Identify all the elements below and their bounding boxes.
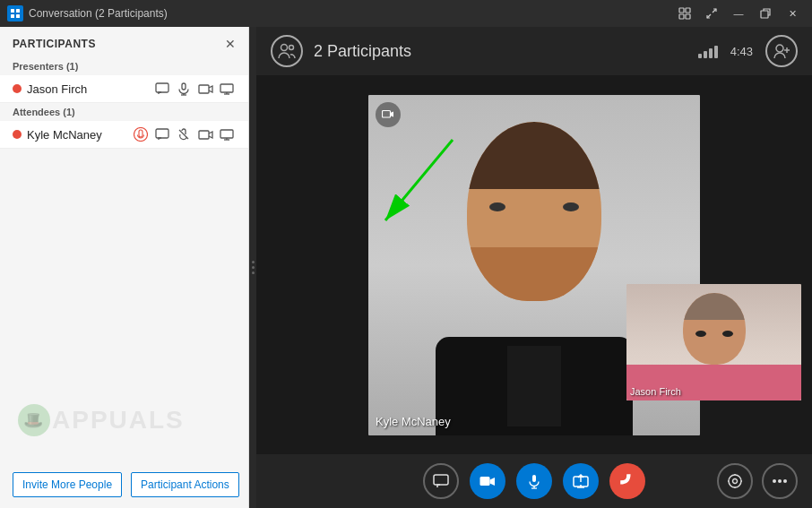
window-controls: — ✕ — [672, 4, 805, 23]
svg-rect-35 — [480, 477, 490, 486]
mic-icon-jason[interactable] — [175, 80, 193, 98]
attendees-section-label: Attendees (1) — [0, 103, 248, 121]
kyle-beard — [467, 247, 601, 301]
sidebar-header: PARTICIPANTS ✕ — [0, 27, 248, 57]
window-title: Conversation (2 Participants) — [29, 7, 168, 20]
svg-rect-23 — [220, 130, 233, 138]
resize-handle[interactable] — [249, 27, 256, 508]
svg-rect-36 — [532, 475, 536, 482]
drag-dot — [252, 271, 255, 274]
sidebar-close-button[interactable]: ✕ — [225, 38, 236, 50]
jason-eye-l — [695, 331, 706, 337]
svg-point-43 — [729, 475, 741, 487]
call-time: 4:43 — [730, 45, 753, 58]
jason-head — [683, 293, 746, 365]
svg-rect-15 — [199, 85, 209, 93]
signal-icon — [698, 44, 718, 58]
hangup-button[interactable] — [602, 456, 653, 507]
bar-4 — [714, 46, 718, 58]
svg-rect-34 — [434, 475, 448, 485]
close-button[interactable]: ✕ — [780, 4, 805, 23]
video-top-bar: 2 Participants 4:43 — [256, 27, 812, 75]
svg-rect-31 — [383, 111, 391, 118]
video-button[interactable] — [470, 463, 505, 499]
video-feeds: Kyle McNaney Jason Firch — [256, 75, 812, 454]
right-controls — [717, 463, 798, 499]
participants-icon — [271, 35, 303, 67]
svg-rect-6 — [679, 14, 684, 19]
watermark-icon: 🎩 — [18, 404, 50, 436]
svg-point-50 — [778, 479, 782, 483]
video-area: 2 Participants 4:43 — [256, 27, 812, 508]
svg-rect-12 — [182, 83, 186, 90]
participants-panel: PARTICIPANTS ✕ Presenters (1) Jason Firc… — [0, 27, 249, 508]
svg-point-51 — [783, 479, 787, 483]
bottom-controls — [256, 454, 812, 508]
svg-rect-4 — [679, 8, 684, 13]
screen-icon-jason[interactable] — [218, 80, 236, 98]
sidebar-title: PARTICIPANTS — [13, 38, 96, 50]
kyle-shirt — [436, 337, 633, 435]
svg-rect-7 — [686, 14, 690, 19]
attendee-row-kyle: Kyle McNaney — [0, 121, 248, 149]
participants-count: 2 Participants — [314, 42, 411, 61]
sidebar-footer: Invite More People Participant Actions — [0, 461, 248, 508]
bar-3 — [709, 48, 713, 58]
status-dot-jason — [13, 84, 22, 93]
title-bar-left: Conversation (2 Participants) — [7, 5, 168, 22]
svg-point-49 — [773, 479, 776, 483]
mic-button[interactable] — [516, 463, 552, 499]
camera-icon-jason[interactable] — [196, 80, 214, 98]
jason-eye-r — [722, 331, 733, 337]
camera-status-icon — [376, 102, 401, 127]
tile-button[interactable] — [672, 4, 697, 23]
add-participant-button[interactable] — [765, 35, 798, 67]
minimize-button[interactable]: — — [726, 4, 751, 23]
presenter-name-jason: Jason Firch — [27, 82, 148, 96]
svg-rect-11 — [156, 83, 168, 92]
muted-icon-kyle[interactable] — [132, 125, 150, 143]
drag-dot — [252, 266, 255, 269]
svg-point-28 — [776, 45, 783, 52]
jason-name-tag: Jason Firch — [630, 386, 681, 397]
main-content: PARTICIPANTS ✕ Presenters (1) Jason Firc… — [0, 27, 812, 508]
kyle-eye-right — [563, 202, 579, 211]
chat-button[interactable] — [423, 463, 459, 499]
bar-1 — [698, 54, 702, 58]
devices-button[interactable] — [717, 463, 753, 499]
camera-icon-kyle[interactable] — [196, 125, 214, 143]
watermark: 🎩 APPUALS — [18, 404, 185, 436]
chat-icon-jason[interactable] — [153, 80, 171, 98]
share-button[interactable] — [563, 463, 599, 499]
svg-rect-3 — [16, 14, 20, 18]
maximize-button[interactable] — [699, 4, 724, 23]
mic-icon-kyle[interactable] — [175, 125, 193, 143]
bar-2 — [704, 51, 707, 58]
svg-rect-22 — [199, 131, 209, 139]
attendee-actions-kyle — [132, 125, 236, 143]
small-video-jason: Jason Firch — [626, 284, 801, 400]
more-button[interactable] — [762, 463, 798, 499]
drag-dot — [252, 261, 255, 263]
jason-hair — [683, 293, 746, 320]
jason-face — [626, 284, 801, 400]
chat-icon-kyle[interactable] — [153, 125, 171, 143]
kyle-hair — [467, 122, 601, 189]
svg-rect-16 — [220, 84, 233, 92]
participant-actions-button[interactable]: Participant Actions — [131, 472, 239, 497]
app-icon — [7, 5, 23, 22]
kyle-head — [467, 122, 601, 301]
svg-point-44 — [733, 479, 738, 484]
invite-more-button[interactable]: Invite More People — [13, 472, 122, 497]
svg-rect-1 — [16, 9, 20, 13]
presenter-row-jason: Jason Firch — [0, 75, 248, 103]
svg-rect-2 — [11, 14, 14, 18]
presenters-section-label: Presenters (1) — [0, 57, 248, 75]
screen-icon-kyle[interactable] — [218, 125, 236, 143]
status-dot-kyle — [13, 130, 22, 139]
presenter-actions-jason — [153, 80, 236, 98]
restore-button[interactable] — [753, 4, 778, 23]
svg-rect-10 — [761, 11, 768, 18]
shirt-detail — [507, 346, 561, 426]
svg-rect-0 — [11, 9, 14, 13]
